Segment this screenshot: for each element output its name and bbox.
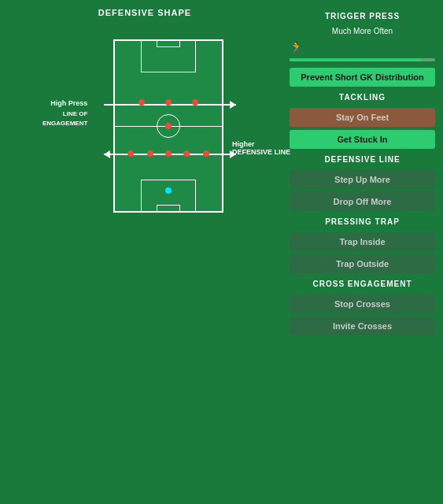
player-dot [165, 99, 172, 106]
trigger-press-title: TRIGGER PRESS [290, 12, 435, 20]
trigger-press-section: TRIGGER PRESS Much More Often 🏃 Prevent … [290, 12, 435, 87]
top-penalty-area [141, 41, 196, 72]
player-dot [138, 99, 145, 106]
cross-engagement-section: CROSS ENGAGEMENT Stop Crosses Invite Cro… [290, 280, 435, 335]
goalkeeper-dot [165, 187, 172, 194]
high-press-arrow [230, 101, 236, 109]
pressing-trap-title: PRESSING TRAP [290, 217, 435, 226]
left-panel: DEFENSIVE SHAPE High PressLINE OFENGAGEM… [8, 8, 282, 496]
defensive-line-arrow-left [104, 150, 110, 158]
bottom-goal [157, 205, 180, 211]
player-dot [165, 123, 172, 129]
high-press-label: High PressLINE OFENGAGEMENT [42, 98, 87, 128]
trap-outside-button[interactable]: Trap Outside [290, 254, 435, 273]
runner-icon: 🏃 [290, 41, 435, 54]
defensive-line-arrow-right [230, 150, 236, 158]
player-dot [183, 150, 190, 157]
trap-inside-button[interactable]: Trap Inside [290, 232, 435, 251]
cross-engagement-title: CROSS ENGAGEMENT [290, 280, 435, 288]
pitch [113, 39, 223, 213]
slider-fill [290, 58, 421, 61]
right-panel: TRIGGER PRESS Much More Often 🏃 Prevent … [290, 8, 435, 496]
trigger-press-subtitle: Much More Often [290, 27, 435, 35]
player-dot [147, 150, 153, 157]
defensive-line-section: DEFENSIVE LINE Step Up More Drop Off Mor… [290, 155, 435, 211]
player-dot [203, 150, 209, 157]
slider-track [290, 58, 435, 61]
player-dot [127, 150, 134, 157]
pressing-trap-section: PRESSING TRAP Trap Inside Trap Outside [290, 217, 435, 273]
prevent-short-gk-button[interactable]: Prevent Short GK Distribution [290, 68, 435, 87]
player-dot [192, 99, 198, 106]
get-stuck-in-button[interactable]: Get Stuck In [290, 130, 435, 149]
stop-crosses-button[interactable]: Stop Crosses [290, 295, 435, 313]
defensive-line-title: DEFENSIVE LINE [290, 155, 435, 164]
defensive-shape-title: DEFENSIVE SHAPE [98, 8, 191, 17]
stay-on-feet-button[interactable]: Stay On Feet [290, 108, 435, 127]
higher-defensive-label: HigherDEFENSIVE LINE [232, 140, 290, 156]
step-up-more-button[interactable]: Step Up More [290, 170, 435, 189]
tackling-section: TACKLING Stay On Feet Get Stuck In [290, 93, 435, 149]
tackling-title: TACKLING [290, 93, 435, 102]
drop-off-more-button[interactable]: Drop Off More [290, 192, 435, 211]
player-dot [165, 150, 172, 157]
trigger-press-slider[interactable] [290, 58, 435, 61]
invite-crosses-button[interactable]: Invite Crosses [290, 317, 435, 335]
